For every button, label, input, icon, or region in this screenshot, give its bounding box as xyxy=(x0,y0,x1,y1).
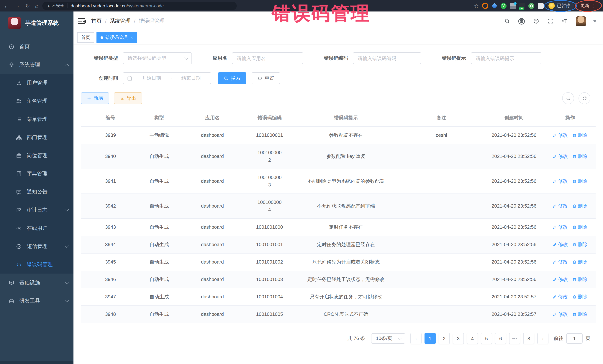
next-page-button[interactable]: › xyxy=(537,333,548,344)
blue-gem-extension-icon[interactable] xyxy=(491,3,497,9)
pink-annotation-text: 错误码管理 xyxy=(272,3,370,24)
badge-icon xyxy=(16,152,22,159)
cell-应用名: dashboard xyxy=(178,127,247,144)
sidebar-item-审计日志[interactable]: 审计日志 xyxy=(0,201,73,219)
sidebar-item-通知公告[interactable]: 通知公告 xyxy=(0,183,73,201)
puzzle-extension-icon[interactable] xyxy=(538,3,544,9)
page-button-2[interactable]: 2 xyxy=(439,333,450,344)
forward-icon[interactable]: → xyxy=(14,3,20,9)
export-button[interactable]: 导出 xyxy=(114,92,142,104)
address-bar[interactable]: ▲ 不安全 dashboard.yudao.iocoder.cn/system/… xyxy=(42,2,237,10)
home-icon[interactable]: ⌂ xyxy=(35,3,38,9)
header-icons xyxy=(504,16,596,26)
cell-应用名: dashboard xyxy=(178,288,247,305)
grid-extension-icon[interactable] xyxy=(510,3,516,9)
user-avatar[interactable] xyxy=(576,16,586,26)
sidebar-item-菜单管理[interactable]: 菜单管理 xyxy=(0,110,73,128)
page-button-1[interactable]: 1 xyxy=(425,333,436,344)
delete-link[interactable]: 删除 xyxy=(572,258,588,266)
error-code-label: 错误码编码 xyxy=(324,55,348,62)
show-search-icon[interactable] xyxy=(562,92,574,104)
sidebar-footer-strip xyxy=(0,361,73,364)
orange-ring-extension-icon[interactable] xyxy=(482,3,488,9)
refresh-icon[interactable] xyxy=(579,92,590,104)
green-key-extension-icon[interactable] xyxy=(528,3,534,9)
help-icon[interactable] xyxy=(533,18,540,25)
sidebar-item-在线用户[interactable]: 在线用户 xyxy=(0,219,73,237)
delete-link[interactable]: 删除 xyxy=(572,202,588,210)
sidebar-item-错误码管理[interactable]: 错误码管理 xyxy=(0,255,73,274)
table-row: 3948自动生成dashboard1001001005CRON 表达式不正确20… xyxy=(81,305,596,323)
edit-link[interactable]: 修改 xyxy=(553,276,568,283)
cell-类型: 自动生成 xyxy=(140,173,178,190)
error-type-select[interactable]: 请选择错误码类型 xyxy=(123,52,192,64)
add-button[interactable]: 新增 xyxy=(81,92,109,104)
goto-page-input[interactable] xyxy=(567,336,582,341)
error-code-input[interactable] xyxy=(353,55,421,61)
page-button-6[interactable]: 6 xyxy=(495,333,506,344)
error-hint-input-box xyxy=(471,52,541,64)
font-size-icon[interactable] xyxy=(561,18,568,25)
delete-link[interactable]: 删除 xyxy=(572,311,588,318)
avatar-caret-down-icon[interactable] xyxy=(593,20,596,24)
delete-link[interactable]: 删除 xyxy=(572,153,588,160)
bookmark-star-icon[interactable]: ☆ xyxy=(474,3,479,9)
breadcrumb-item[interactable]: 首页 xyxy=(91,18,102,24)
page-size-select[interactable]: 10条/页 xyxy=(371,333,405,344)
edit-link[interactable]: 修改 xyxy=(553,223,568,231)
sidebar-logo-row[interactable]: 芋道管理系统 xyxy=(0,11,73,34)
edit-link[interactable]: 修改 xyxy=(553,258,568,266)
sidebar-item-用户管理[interactable]: 用户管理 xyxy=(0,74,73,92)
delete-link[interactable]: 删除 xyxy=(572,132,588,139)
sidebar-item-首页[interactable]: 首页 xyxy=(0,37,73,55)
date-range-picker[interactable]: 开始日期 - 结束日期 xyxy=(123,72,211,84)
page-button-8[interactable]: 8 xyxy=(523,333,534,344)
breadcrumb-item[interactable]: 系统管理 xyxy=(110,18,131,24)
search-icon[interactable] xyxy=(504,18,510,25)
prev-page-button[interactable]: ‹ xyxy=(410,333,422,344)
reset-button[interactable]: 重置 xyxy=(252,72,280,84)
edit-link[interactable]: 修改 xyxy=(553,153,568,160)
tag-错误码管理[interactable]: 错误码管理× xyxy=(96,32,137,43)
edit-link[interactable]: 修改 xyxy=(553,202,568,210)
fullscreen-icon[interactable] xyxy=(547,18,554,25)
edit-link[interactable]: 修改 xyxy=(553,311,568,318)
sidebar-item-基础设施[interactable]: 基础设施 xyxy=(0,274,73,292)
github-icon[interactable] xyxy=(518,18,525,25)
sidebar-collapse-icon[interactable] xyxy=(78,18,85,24)
sidebar-item-角色管理[interactable]: 角色管理 xyxy=(0,92,73,110)
browser-menu-icon[interactable]: ⋮ xyxy=(591,3,596,9)
delete-link[interactable]: 删除 xyxy=(572,177,588,185)
browser-profile-chip[interactable]: 已暂停 xyxy=(547,1,574,10)
edit-link[interactable]: 修改 xyxy=(553,293,568,301)
tag-首页[interactable]: 首页 xyxy=(77,32,94,43)
browser-update-button[interactable]: 更新 ⋮ xyxy=(577,1,599,10)
delete-link[interactable]: 删除 xyxy=(572,223,588,231)
cell-编号: 3947 xyxy=(81,288,140,305)
edit-link[interactable]: 修改 xyxy=(553,241,568,248)
error-hint-input[interactable] xyxy=(471,55,541,61)
more-pages-button[interactable]: ••• xyxy=(509,333,520,344)
edit-link[interactable]: 修改 xyxy=(553,177,568,185)
page-button-4[interactable]: 4 xyxy=(467,333,478,344)
delete-link[interactable]: 删除 xyxy=(572,293,588,301)
sidebar-item-字典管理[interactable]: 字典管理 xyxy=(0,165,73,183)
sidebar-item-短信管理[interactable]: 短信管理 xyxy=(0,237,73,255)
search-button[interactable]: 搜索 xyxy=(218,72,246,84)
sidebar-item-部门管理[interactable]: 部门管理 xyxy=(0,128,73,146)
app-name-input[interactable] xyxy=(232,55,303,61)
sidebar-item-系统管理[interactable]: 系统管理 xyxy=(0,55,73,74)
sidebar-item-岗位管理[interactable]: 岗位管理 xyxy=(0,146,73,165)
reload-icon[interactable]: ↻ xyxy=(25,2,30,9)
edit-link[interactable]: 修改 xyxy=(553,132,568,139)
close-icon[interactable]: × xyxy=(131,35,133,40)
page-button-5[interactable]: 5 xyxy=(481,333,492,344)
delete-link[interactable]: 删除 xyxy=(572,241,588,248)
page-button-3[interactable]: 3 xyxy=(453,333,464,344)
breadcrumb-separator: / xyxy=(105,18,106,24)
delete-link[interactable]: 删除 xyxy=(572,276,588,283)
green-check-extension-icon[interactable]: V xyxy=(500,3,507,9)
switch-on-extension-icon[interactable] xyxy=(519,3,525,9)
sidebar-item-研发工具[interactable]: 研发工具 xyxy=(0,292,73,310)
back-icon[interactable]: ← xyxy=(4,3,9,9)
